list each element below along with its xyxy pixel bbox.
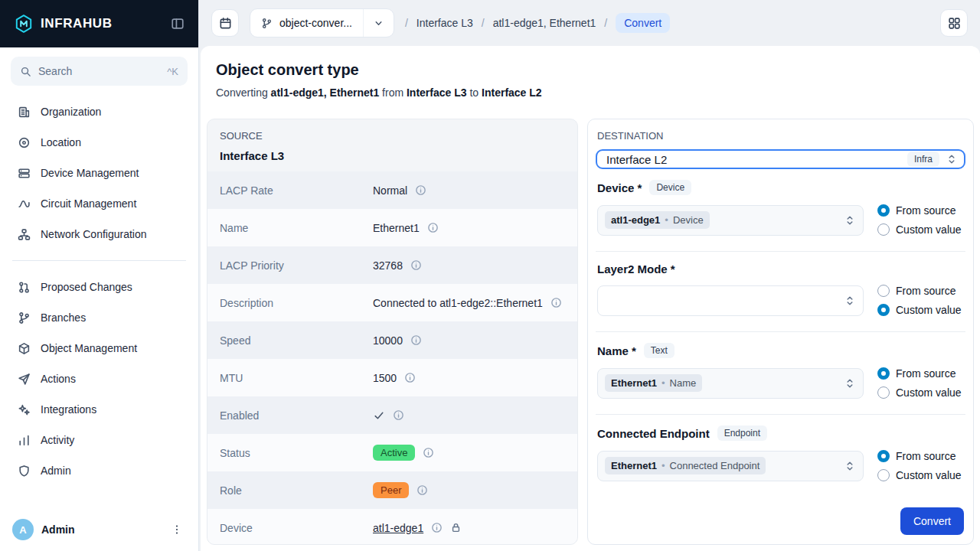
source-row-mtu: MTU1500 (207, 359, 577, 396)
radio-button[interactable] (877, 386, 890, 399)
source-row-value: Normal (373, 184, 426, 197)
status-badge: Active (373, 445, 415, 461)
chip-suffix: Device (673, 214, 704, 226)
sidebar-divider (12, 260, 186, 261)
radio-option-custom-value[interactable]: Custom value (877, 469, 962, 481)
page-title: Object convert type (216, 61, 965, 79)
sidebar-item-circuit-management[interactable]: Circuit Management (11, 188, 188, 219)
sidebar-item-device-management[interactable]: Device Management (11, 158, 188, 188)
sidebar-item-admin[interactable]: Admin (11, 455, 188, 486)
radio-button[interactable] (877, 469, 890, 481)
info-icon (550, 297, 562, 308)
source-row-value: 10000 (373, 334, 422, 347)
device-link[interactable]: atl1-edge1 (373, 522, 423, 534)
breadcrumb-item-interface-l3[interactable]: Interface L3 (416, 17, 473, 29)
field-select-name[interactable]: Ethernet1•Name (597, 368, 864, 399)
source-row-value: Ethernet1 (373, 222, 439, 234)
field-label: Connected Endpoint (597, 427, 710, 440)
user-options-button[interactable] (168, 520, 186, 539)
radio-button[interactable] (877, 367, 890, 380)
subtitle-to-type: Interface L2 (482, 86, 542, 99)
subtitle-text: to (467, 86, 482, 99)
radio-option-custom-value[interactable]: Custom value (877, 304, 962, 316)
branches-icon (18, 311, 31, 324)
sidebar-collapse-button[interactable] (168, 14, 188, 34)
radio-button[interactable] (877, 204, 890, 217)
activity-icon (18, 434, 31, 447)
destination-field-name: Name *TextEthernet1•NameFrom sourceCusto… (596, 331, 965, 414)
sidebar-item-location[interactable]: Location (11, 127, 188, 158)
source-row-label: LACP Priority (220, 259, 373, 272)
info-icon (410, 259, 422, 271)
calendar-button[interactable] (211, 9, 239, 37)
source-row-value: 1500 (373, 372, 416, 384)
sidebar-item-actions[interactable]: Actions (11, 364, 188, 394)
destination-field-layer2-mode: Layer2 Mode *From sourceCustom value (596, 251, 965, 331)
role-badge: Peer (373, 482, 409, 498)
stepper-icon (844, 377, 856, 390)
sidebar-item-organization[interactable]: Organization (11, 96, 188, 127)
chip-suffix: Name (670, 377, 697, 389)
source-row-value: Active (373, 445, 434, 461)
source-type: Interface L3 (220, 149, 565, 162)
radio-option-from-source[interactable]: From source (877, 285, 962, 297)
location-icon (18, 136, 31, 149)
page-subtitle: Converting atl1-edge1, Ethernet1 from In… (216, 86, 965, 99)
info-icon (431, 522, 443, 533)
destination-type-select[interactable]: Interface L2 Infra (596, 149, 965, 169)
infrahub-logo[interactable]: INFRAHUB (14, 14, 113, 34)
kebab-menu-icon (171, 523, 183, 536)
info-icon (423, 447, 434, 458)
radio-label: From source (896, 450, 956, 462)
breadcrumb-item-atl1-edge1-ethernet1[interactable]: atl1-edge1, Ethernet1 (493, 17, 596, 29)
radio-label: From source (896, 285, 956, 297)
branch-selector-value: object-conver... (250, 17, 363, 29)
radio-button[interactable] (877, 450, 890, 462)
radio-option-from-source[interactable]: From source (877, 367, 962, 380)
radio-option-custom-value[interactable]: Custom value (877, 386, 962, 399)
convert-button[interactable]: Convert (900, 507, 964, 535)
source-row-device: Deviceatl1-edge1 (207, 509, 577, 545)
destination-field-connected-endpoint: Connected EndpointEndpointEthernet1•Conn… (596, 414, 965, 497)
sidebar-item-label: Organization (41, 106, 101, 118)
branch-selector-caret[interactable] (363, 9, 394, 37)
sidebar-item-label: Admin (41, 465, 71, 477)
sidebar-item-integrations[interactable]: Integrations (11, 394, 188, 425)
value-source-radio-group: From sourceCustom value (877, 204, 962, 236)
branch-selector[interactable]: object-conver... (250, 8, 394, 37)
sidebar-item-object-management[interactable]: Object Management (11, 333, 188, 364)
radio-option-from-source[interactable]: From source (877, 204, 962, 217)
content-card: Object convert type Converting atl1-edge… (201, 46, 980, 551)
source-row-lacp-priority: LACP Priority32768 (207, 246, 577, 284)
field-controls: From sourceCustom value (597, 285, 964, 316)
sidebar-item-label: Location (41, 136, 81, 148)
field-select-device[interactable]: atl1-edge1•Device (597, 205, 864, 236)
source-row-label: Name (220, 222, 373, 234)
field-label-row: Layer2 Mode * (597, 262, 964, 276)
search-input[interactable]: Search ^K (11, 57, 188, 86)
radio-button[interactable] (877, 304, 890, 316)
apps-button[interactable] (940, 9, 968, 37)
user-name: Admin (41, 523, 75, 536)
radio-button[interactable] (877, 285, 890, 297)
sidebar-item-label: Actions (41, 373, 76, 385)
source-row-description: DescriptionConnected to atl1-edge2::Ethe… (207, 284, 577, 321)
apps-grid-icon (948, 17, 961, 30)
select-stepper-icon (946, 153, 958, 165)
source-row-label: Role (220, 484, 373, 497)
field-select-layer2-mode[interactable] (597, 285, 864, 316)
field-label: Layer2 Mode * (597, 262, 675, 276)
sidebar-item-proposed-changes[interactable]: Proposed Changes (11, 272, 188, 302)
source-value-text: 10000 (373, 334, 403, 347)
field-select-connected-endpoint[interactable]: Ethernet1•Connected Endpoint (597, 451, 864, 481)
source-panel: SOURCE Interface L3 LACP RateNormalNameE… (207, 119, 578, 545)
sidebar-item-network-configuration[interactable]: Network Configuration (11, 219, 188, 249)
sidebar-item-branches[interactable]: Branches (11, 302, 188, 333)
radio-option-from-source[interactable]: From source (877, 450, 962, 462)
radio-label: Custom value (896, 469, 962, 481)
sidebar-item-activity[interactable]: Activity (11, 425, 188, 455)
radio-button[interactable] (877, 223, 890, 236)
radio-option-custom-value[interactable]: Custom value (877, 223, 962, 236)
breadcrumb-item-convert[interactable]: Convert (616, 13, 670, 33)
user-menu[interactable]: A Admin (0, 508, 198, 551)
